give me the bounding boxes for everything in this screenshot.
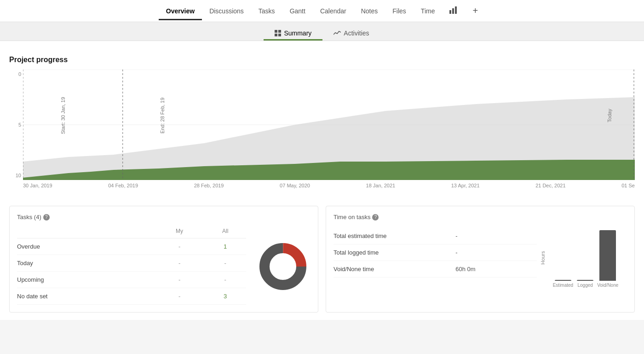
tasks-help-icon[interactable]: ? <box>43 214 50 221</box>
x-label-7: 01 Se <box>621 183 635 188</box>
tasks-col-label <box>17 228 155 238</box>
nav-item-add[interactable]: + <box>465 0 485 22</box>
svg-text:Today: Today <box>607 109 612 122</box>
task-my-upcoming: - <box>155 272 205 288</box>
time-help-icon[interactable]: ? <box>372 214 379 221</box>
svg-rect-4 <box>278 30 281 33</box>
bar-label-logged: Logged <box>577 283 592 288</box>
time-val-logged: - <box>455 244 537 261</box>
svg-rect-6 <box>278 34 281 36</box>
bar-col-logged: Logged <box>577 280 593 288</box>
nav-item-files[interactable]: Files <box>385 2 414 20</box>
top-navigation: Overview Discussions Tasks Gantt Calenda… <box>0 0 644 22</box>
tasks-title-label: Tasks (4) <box>17 214 41 221</box>
task-my-overdue: - <box>155 238 205 255</box>
svg-text:End: 28 Feb, 19: End: 28 Feb, 19 <box>160 98 165 133</box>
table-row: Upcoming - - <box>17 272 246 288</box>
chart-svg-area: Start: 30 Jan, 19 End: 28 Feb, 19 Today <box>23 70 635 180</box>
table-row: Today - - <box>17 255 246 272</box>
time-val-estimated: - <box>455 228 537 244</box>
bar-y-label: Hours <box>540 251 546 264</box>
bar-logged <box>577 280 593 281</box>
bar-estimated <box>555 280 571 281</box>
bar-label-estimated: Estimated <box>553 283 573 288</box>
bar-col-void: Void/None <box>597 230 618 288</box>
time-panel-title: Time on tasks ? <box>334 214 627 221</box>
table-row: No date set - 3 <box>17 288 246 305</box>
x-label-3: 07 May, 2020 <box>280 183 310 188</box>
x-label-4: 18 Jan, 2021 <box>366 183 396 188</box>
tasks-panel-title: Tasks (4) ? <box>17 214 310 221</box>
nav-item-overview[interactable]: Overview <box>159 2 202 20</box>
activities-icon <box>334 30 341 36</box>
nav-item-notes[interactable]: Notes <box>354 2 385 20</box>
main-content: Project progress 10 5 0 <box>0 41 644 320</box>
time-panel-inner: Total estimated time - Total logged time… <box>334 228 627 288</box>
svg-rect-1 <box>452 8 454 14</box>
time-label-estimated: Total estimated time <box>334 228 455 244</box>
svg-rect-3 <box>275 30 277 33</box>
task-all-today: - <box>204 255 246 272</box>
task-all-overdue: 1 <box>204 238 246 255</box>
tasks-table: My All Overdue - 1 Today <box>17 228 246 305</box>
task-label-upcoming: Upcoming <box>17 272 155 288</box>
task-all-nodate: 3 <box>204 288 246 305</box>
nav-item-barchart[interactable] <box>442 1 465 21</box>
task-my-today: - <box>155 255 205 272</box>
y-label-5: 5 <box>9 122 23 128</box>
time-panel: Time on tasks ? Total estimated time - T… <box>326 206 635 313</box>
bar-chart-area: Hours Estimated Logged Void/None <box>544 228 627 288</box>
project-progress-section: Project progress 10 5 0 <box>9 48 635 198</box>
time-title-label: Time on tasks <box>334 214 370 221</box>
time-label-void: Void/None time <box>334 261 455 278</box>
bar-chart-icon <box>449 6 458 14</box>
svg-rect-5 <box>275 34 277 36</box>
nav-item-discussions[interactable]: Discussions <box>202 2 251 20</box>
table-row: Total estimated time - <box>334 228 537 244</box>
x-label-0: 30 Jan, 2019 <box>23 183 52 188</box>
tasks-panel-inner: My All Overdue - 1 Today <box>17 228 310 305</box>
svg-point-18 <box>270 254 296 279</box>
x-label-1: 04 Feb, 2019 <box>108 183 138 188</box>
time-data: Total estimated time - Total logged time… <box>334 228 537 288</box>
tab-summary[interactable]: Summary <box>264 26 322 41</box>
nav-item-tasks[interactable]: Tasks <box>251 2 282 20</box>
time-val-void: 60h 0m <box>455 261 537 278</box>
tasks-col-my: My <box>155 228 205 238</box>
nav-item-time[interactable]: Time <box>414 2 443 20</box>
progress-chart: 10 5 0 <box>9 70 635 198</box>
sub-tab-bar: Summary Activities <box>0 22 644 41</box>
task-all-upcoming: - <box>204 272 246 288</box>
nav-item-calendar[interactable]: Calendar <box>313 2 354 20</box>
table-row: Void/None time 60h 0m <box>334 261 537 278</box>
table-row: Total logged time - <box>334 244 537 261</box>
tasks-col-all: All <box>204 228 246 238</box>
time-label-logged: Total logged time <box>334 244 455 261</box>
bar-chart: Hours Estimated Logged Void/None <box>544 228 627 288</box>
task-my-nodate: - <box>155 288 205 305</box>
nav-item-gantt[interactable]: Gantt <box>282 2 313 20</box>
bar-col-estimated: Estimated <box>553 280 573 288</box>
table-row: Overdue - 1 <box>17 238 246 255</box>
bottom-panels: Tasks (4) ? My All <box>9 206 635 313</box>
bar-label-void: Void/None <box>597 283 618 288</box>
tab-summary-label: Summary <box>284 29 311 37</box>
project-progress-title: Project progress <box>9 56 635 64</box>
x-label-2: 28 Feb, 2019 <box>194 183 224 188</box>
chart-y-axis: 10 5 0 <box>9 70 23 180</box>
task-label-nodate: No date set <box>17 288 155 305</box>
time-table: Total estimated time - Total logged time… <box>334 228 537 278</box>
tasks-data: My All Overdue - 1 Today <box>17 228 246 305</box>
bar-void <box>599 230 616 281</box>
y-label-10: 10 <box>9 173 23 178</box>
svg-text:Start: 30 Jan, 19: Start: 30 Jan, 19 <box>60 97 66 134</box>
tab-activities-label: Activities <box>344 29 369 37</box>
svg-rect-0 <box>449 10 451 14</box>
summary-icon <box>275 30 281 36</box>
tab-activities[interactable]: Activities <box>322 26 380 41</box>
task-label-overdue: Overdue <box>17 238 155 255</box>
svg-rect-2 <box>455 6 457 14</box>
task-label-today: Today <box>17 255 155 272</box>
x-label-5: 13 Apr, 2021 <box>451 183 480 188</box>
chart-x-axis: 30 Jan, 2019 04 Feb, 2019 28 Feb, 2019 0… <box>23 180 635 198</box>
